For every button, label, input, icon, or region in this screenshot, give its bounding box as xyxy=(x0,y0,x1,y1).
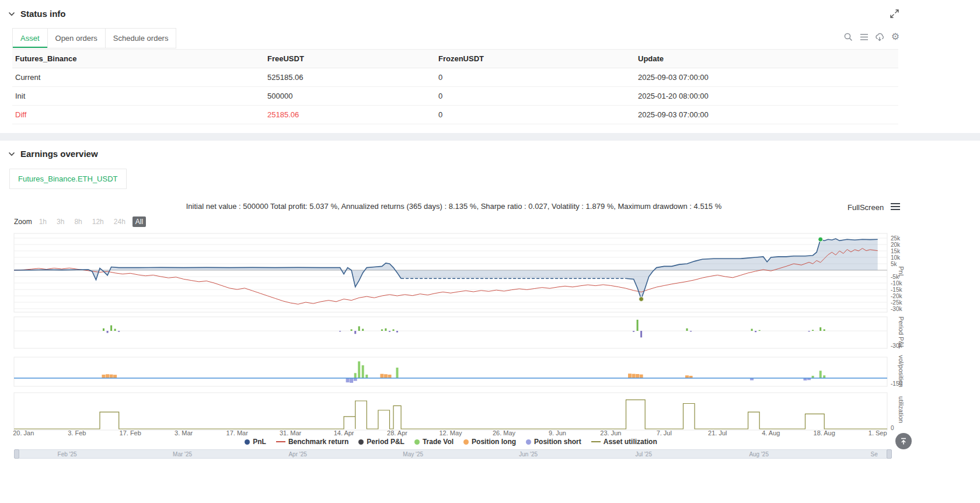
tab-schedule-orders[interactable]: Schedule orders xyxy=(106,28,177,48)
legend-symbol xyxy=(526,439,531,445)
svg-text:0: 0 xyxy=(891,425,894,431)
legend-symbol xyxy=(245,439,250,445)
scroll-to-top-button[interactable] xyxy=(895,433,912,449)
section-divider xyxy=(0,133,980,141)
list-menu-icon[interactable] xyxy=(859,32,869,42)
svg-text:10k: 10k xyxy=(891,254,901,261)
tab-asset[interactable]: Asset xyxy=(12,28,48,48)
earnings-title: Earnings overview xyxy=(20,149,98,159)
zoom-24h[interactable]: 24h xyxy=(111,216,128,227)
legend-label: Asset utilization xyxy=(604,438,657,446)
legend-label: Benchmark return xyxy=(288,438,348,446)
status-toolbar: ⚙ xyxy=(843,32,901,42)
svg-text:14. Apr: 14. Apr xyxy=(334,429,354,436)
expand-panel-icon[interactable] xyxy=(890,9,900,19)
svg-text:20. Jan: 20. Jan xyxy=(13,429,34,436)
status-tabs: Asset Open orders Schedule orders xyxy=(12,28,176,48)
col-header-update: Update xyxy=(631,50,898,68)
diff-free: 25185.06 xyxy=(260,106,431,124)
cloud-download-icon[interactable] xyxy=(874,32,885,42)
table-row-current: Current 525185.06 0 2025-09-03 07:00:00 xyxy=(12,68,898,87)
navigator-left-handle[interactable] xyxy=(14,449,19,459)
legend-item-position-short[interactable]: Position short xyxy=(526,438,581,446)
svg-text:-20k: -20k xyxy=(891,293,902,299)
legend-item-asset-utilization[interactable]: Asset utilization xyxy=(591,438,657,446)
current-update: 2025-09-03 07:00:00 xyxy=(631,68,898,87)
zoom-8h[interactable]: 8h xyxy=(71,216,85,227)
earnings-chart[interactable]: 25k20k15k10k5k-5k-10k-15k-20k-25k-30k-30… xyxy=(0,231,980,439)
navigator-month-label: May '25 xyxy=(403,451,423,457)
zoom-label: Zoom xyxy=(14,218,32,226)
legend-item-trade-vol[interactable]: Trade Vol xyxy=(414,438,454,446)
legend-item-period-p-l[interactable]: Period P&L xyxy=(358,438,404,446)
zoom-3h[interactable]: 3h xyxy=(54,216,67,227)
col-header-account: Futures_Binance xyxy=(12,50,260,68)
navigator-month-label: Aug '25 xyxy=(749,451,769,457)
table-header-row: Futures_Binance FreeUSDT FrozenUSDT Upda… xyxy=(12,50,898,68)
asset-table: Futures_Binance FreeUSDT FrozenUSDT Upda… xyxy=(12,49,898,124)
table-row-init: Init 500000 0 2025-01-20 08:00:00 xyxy=(12,87,898,106)
legend-label: Trade Vol xyxy=(423,438,454,446)
svg-text:-30k: -30k xyxy=(891,306,902,312)
init-free: 500000 xyxy=(260,87,431,106)
svg-text:26. May: 26. May xyxy=(493,429,516,436)
navigator-month-label: Jul '25 xyxy=(635,451,652,457)
earnings-chart-area: 25k20k15k10k5k-5k-10k-15k-20k-25k-30k-30… xyxy=(0,231,980,439)
status-info-title: Status info xyxy=(20,9,66,19)
chart-fullscreen-control: FullScreen xyxy=(848,202,901,212)
navigator-month-label: Jun '25 xyxy=(519,451,538,457)
init-frozen: 0 xyxy=(431,87,631,106)
svg-text:23. Jun: 23. Jun xyxy=(600,429,621,436)
svg-text:20k: 20k xyxy=(891,242,901,248)
legend-label: PnL xyxy=(253,438,266,446)
navigator-month-label: Se xyxy=(871,451,878,457)
status-info-header: Status info xyxy=(8,9,66,19)
tab-open-orders[interactable]: Open orders xyxy=(48,28,106,48)
svg-text:5k: 5k xyxy=(891,261,898,267)
gear-icon[interactable]: ⚙ xyxy=(890,32,901,42)
svg-text:vol/position: vol/position xyxy=(898,355,905,387)
svg-text:4. Aug: 4. Aug xyxy=(762,429,780,436)
tab-futures-binance-eth-usdt[interactable]: Futures_Binance.ETH_USDT xyxy=(9,169,127,189)
legend-item-pnl[interactable]: PnL xyxy=(245,438,266,446)
svg-text:utilization: utilization xyxy=(898,396,905,423)
svg-text:28. Apr: 28. Apr xyxy=(387,429,407,436)
init-update: 2025-01-20 08:00:00 xyxy=(631,87,898,106)
earnings-stats: Initial net value : 500000 Total profit:… xyxy=(0,202,908,211)
zoom-1h[interactable]: 1h xyxy=(36,216,50,227)
legend-label: Position short xyxy=(534,438,581,446)
chart-legend: PnLBenchmark returnPeriod P&LTrade VolPo… xyxy=(0,438,902,446)
svg-text:3. Feb: 3. Feb xyxy=(68,429,86,436)
svg-text:-25k: -25k xyxy=(891,299,902,306)
legend-symbol xyxy=(463,439,469,445)
navigator-right-handle[interactable] xyxy=(887,449,892,459)
search-icon[interactable] xyxy=(843,32,853,42)
svg-text:17. Feb: 17. Feb xyxy=(120,429,141,436)
legend-symbol xyxy=(276,441,285,442)
zoom-all[interactable]: All xyxy=(132,216,146,227)
svg-text:15k: 15k xyxy=(891,248,901,254)
legend-symbol xyxy=(414,439,420,445)
svg-text:25k: 25k xyxy=(891,235,901,242)
fullscreen-button[interactable]: FullScreen xyxy=(848,203,884,212)
legend-label: Period P&L xyxy=(367,438,404,446)
svg-text:18. Aug: 18. Aug xyxy=(814,429,835,436)
current-link[interactable]: Current xyxy=(12,68,260,87)
collapse-status-icon[interactable] xyxy=(8,12,15,16)
navigator-month-label: Apr '25 xyxy=(288,451,306,457)
current-free: 525185.06 xyxy=(260,68,431,87)
legend-item-position-long[interactable]: Position long xyxy=(463,438,516,446)
svg-text:7. Jul: 7. Jul xyxy=(657,429,672,436)
chart-menu-icon[interactable] xyxy=(890,202,901,212)
legend-symbol xyxy=(358,439,364,445)
svg-text:PnL: PnL xyxy=(898,266,905,278)
legend-symbol xyxy=(591,441,601,442)
svg-text:17. Mar: 17. Mar xyxy=(226,429,249,436)
legend-item-benchmark-return[interactable]: Benchmark return xyxy=(276,438,348,446)
chart-navigator[interactable]: Feb '25Mar '25Apr '25May '25Jun '25Jul '… xyxy=(14,449,892,459)
table-row-diff: Diff 25185.06 0 2025-09-03 07:00:00 xyxy=(12,106,898,124)
navigator-month-label: Mar '25 xyxy=(173,451,192,457)
navigator-month-label: Feb '25 xyxy=(58,451,77,457)
collapse-earnings-icon[interactable] xyxy=(8,152,15,156)
zoom-12h[interactable]: 12h xyxy=(89,216,107,227)
